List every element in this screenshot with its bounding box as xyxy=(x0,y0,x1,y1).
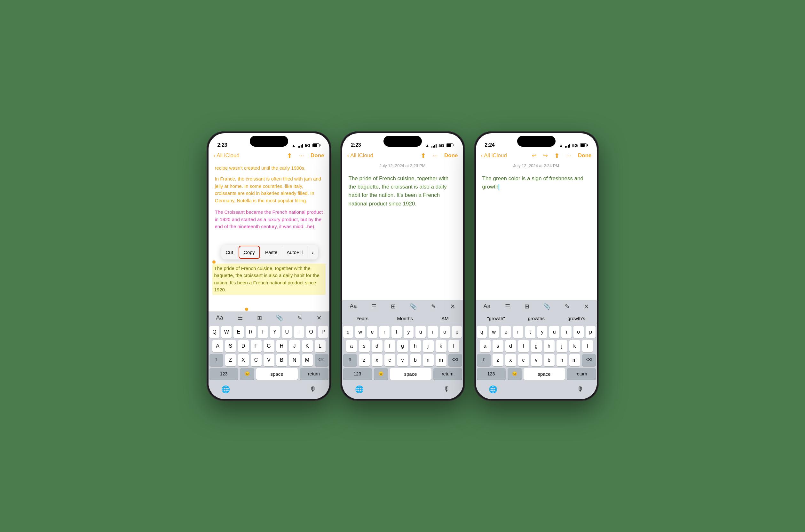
key-return-1[interactable]: return xyxy=(300,368,328,380)
key-O[interactable]: O xyxy=(306,326,316,338)
key-w-3[interactable]: w xyxy=(489,326,499,338)
key-d-2[interactable]: d xyxy=(372,340,383,352)
key-b-3[interactable]: b xyxy=(544,354,554,366)
done-button-3[interactable]: Done xyxy=(578,152,592,159)
key-p-2[interactable]: p xyxy=(452,326,462,338)
key-k-3[interactable]: k xyxy=(569,340,580,352)
key-L[interactable]: L xyxy=(315,340,326,352)
key-D[interactable]: D xyxy=(238,340,249,352)
aa-icon-1[interactable]: Aa xyxy=(216,315,223,321)
content-area-2[interactable]: The pride of French cuisine, together wi… xyxy=(342,171,463,300)
suggestion-3-0[interactable]: "growth" xyxy=(483,315,509,322)
key-s-2[interactable]: s xyxy=(359,340,370,352)
key-G[interactable]: G xyxy=(263,340,274,352)
key-e-2[interactable]: e xyxy=(367,326,378,338)
key-Z[interactable]: Z xyxy=(225,354,236,366)
pen-icon-1[interactable]: ✎ xyxy=(297,315,302,321)
copy-button[interactable]: Copy xyxy=(239,246,260,259)
key-c-3[interactable]: c xyxy=(518,354,529,366)
undo-icon-3[interactable]: ↩ xyxy=(532,152,537,159)
key-q-3[interactable]: q xyxy=(477,326,487,338)
back-label-2[interactable]: All iCloud xyxy=(350,152,373,159)
key-delete-2[interactable]: ⌫ xyxy=(449,354,462,366)
key-l-3[interactable]: l xyxy=(582,340,593,352)
key-x-3[interactable]: x xyxy=(505,354,516,366)
key-delete-3[interactable]: ⌫ xyxy=(582,354,596,366)
nav-back-2[interactable]: ‹ All iCloud xyxy=(347,152,373,159)
key-emoji-1[interactable]: 😊 xyxy=(240,368,254,380)
paste-button[interactable]: Paste xyxy=(261,246,282,258)
more-icon-3[interactable]: ··· xyxy=(566,152,571,159)
key-M[interactable]: M xyxy=(302,354,313,366)
key-i-2[interactable]: i xyxy=(427,326,438,338)
key-123-1[interactable]: 123 xyxy=(209,368,238,380)
key-emoji-2[interactable]: 😊 xyxy=(374,368,388,380)
done-button-1[interactable]: Done xyxy=(311,152,324,159)
content-area-1[interactable]: recipe wasn't created until the early 19… xyxy=(208,162,329,311)
key-g-2[interactable]: g xyxy=(397,340,408,352)
key-B[interactable]: B xyxy=(276,354,287,366)
key-m-3[interactable]: m xyxy=(569,354,580,366)
aa-icon-3[interactable]: Aa xyxy=(483,303,491,310)
key-z-3[interactable]: z xyxy=(493,354,504,366)
key-W[interactable]: W xyxy=(221,326,232,338)
key-d-3[interactable]: d xyxy=(505,340,516,352)
key-a-3[interactable]: a xyxy=(480,340,491,352)
list-icon-2[interactable]: ☰ xyxy=(371,303,377,310)
key-q-2[interactable]: q xyxy=(343,326,353,338)
list-icon-1[interactable]: ☰ xyxy=(238,315,243,321)
key-s-3[interactable]: s xyxy=(493,340,504,352)
key-v-3[interactable]: v xyxy=(531,354,542,366)
key-shift-3[interactable]: ⇧ xyxy=(477,354,491,366)
key-S[interactable]: S xyxy=(225,340,236,352)
key-h-3[interactable]: h xyxy=(544,340,554,352)
key-space-3[interactable]: space xyxy=(524,368,565,380)
key-H[interactable]: H xyxy=(276,340,287,352)
suggestion-2-0[interactable]: Years xyxy=(352,315,372,322)
suggestion-3-1[interactable]: growths xyxy=(524,315,549,322)
more-icon-2[interactable]: ··· xyxy=(433,152,438,159)
key-f-2[interactable]: f xyxy=(384,340,395,352)
key-t-3[interactable]: t xyxy=(525,326,535,338)
key-c-2[interactable]: c xyxy=(384,354,395,366)
key-E[interactable]: E xyxy=(234,326,244,338)
key-shift-1[interactable]: ⇧ xyxy=(209,354,223,366)
attach-icon-3[interactable]: 📎 xyxy=(543,303,550,310)
key-i-3[interactable]: i xyxy=(561,326,571,338)
pen-icon-3[interactable]: ✎ xyxy=(565,303,570,310)
key-x-2[interactable]: x xyxy=(372,354,383,366)
key-y-3[interactable]: y xyxy=(537,326,548,338)
key-C[interactable]: C xyxy=(251,354,262,366)
key-e-3[interactable]: e xyxy=(501,326,511,338)
suggestion-3-2[interactable]: growth's xyxy=(564,315,589,322)
autofill-button[interactable]: AutoFill xyxy=(282,246,307,258)
key-r-3[interactable]: r xyxy=(513,326,523,338)
key-u-3[interactable]: u xyxy=(549,326,560,338)
key-X[interactable]: X xyxy=(238,354,249,366)
mic-icon-2[interactable]: 🎙 xyxy=(443,385,450,394)
key-t-2[interactable]: t xyxy=(391,326,402,338)
key-f-3[interactable]: f xyxy=(518,340,529,352)
key-K[interactable]: K xyxy=(302,340,313,352)
nav-back-1[interactable]: ‹ All iCloud xyxy=(214,152,240,159)
key-123-3[interactable]: 123 xyxy=(477,368,506,380)
key-V[interactable]: V xyxy=(263,354,274,366)
more-options-button[interactable]: › xyxy=(307,246,318,258)
key-z-2[interactable]: z xyxy=(359,354,370,366)
cut-button[interactable]: Cut xyxy=(221,246,238,258)
key-return-3[interactable]: return xyxy=(567,368,596,380)
key-k-2[interactable]: k xyxy=(436,340,446,352)
key-h-2[interactable]: h xyxy=(410,340,421,352)
key-Q[interactable]: Q xyxy=(209,326,220,338)
aa-icon-2[interactable]: Aa xyxy=(350,303,357,310)
share-icon-2[interactable]: ⬆ xyxy=(421,152,426,159)
back-label-1[interactable]: All iCloud xyxy=(217,152,240,159)
key-Y[interactable]: Y xyxy=(270,326,280,338)
key-w-2[interactable]: w xyxy=(355,326,365,338)
share-icon-1[interactable]: ⬆ xyxy=(287,152,292,159)
share-icon-3[interactable]: ⬆ xyxy=(554,152,560,159)
content-area-3[interactable]: The green color is a sign of freshness a… xyxy=(476,171,597,300)
key-T[interactable]: T xyxy=(258,326,268,338)
key-a-2[interactable]: a xyxy=(346,340,357,352)
list-icon-3[interactable]: ☰ xyxy=(505,303,510,310)
